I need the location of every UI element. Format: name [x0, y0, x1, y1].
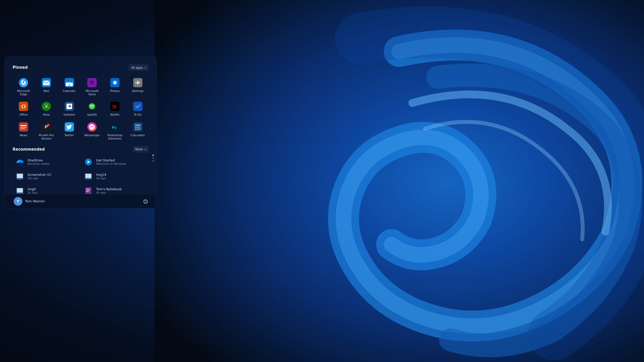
user-profile-button[interactable]: T Tom Warren	[11, 195, 47, 207]
img19-name: img19	[96, 173, 106, 177]
rec-item-screenshot[interactable]: doc Screenshot (1) 4m ago	[13, 170, 80, 183]
pinned-app-todo[interactable]: To Do	[127, 99, 149, 118]
pinned-title: Pinned	[13, 65, 28, 70]
office-label: Office	[19, 113, 28, 116]
messenger-label: Messenger	[84, 134, 100, 137]
svg-text:N: N	[112, 104, 116, 110]
page-dot-2[interactable]	[152, 158, 154, 159]
svg-text:CAL: CAL	[67, 81, 71, 84]
rec-item-onedrive[interactable]: OneDrive Recently added	[13, 155, 80, 169]
pinned-app-xbox[interactable]: X Xbox	[36, 99, 57, 118]
pinned-app-twitter[interactable]: Twitter	[58, 120, 80, 142]
solitaire-icon: ♠	[64, 101, 74, 111]
rec-item-get-started[interactable]: Get Started Welcome to Windows	[81, 155, 149, 169]
svg-rect-32	[21, 128, 25, 129]
photos-icon	[110, 77, 120, 88]
svg-point-54	[87, 175, 88, 176]
svg-rect-53	[85, 174, 91, 178]
pinned-app-news[interactable]: News	[13, 120, 35, 142]
page-dot-3[interactable]	[152, 160, 154, 162]
recommended-title: Recommended	[13, 147, 45, 152]
screenshot-name: Screenshot (1)	[28, 173, 51, 177]
screenshot-icon: doc	[15, 172, 24, 181]
img19-sub: 2h ago	[96, 177, 106, 180]
start-menu-footer: T Tom Warren	[5, 194, 156, 208]
chevron-right-icon	[144, 65, 146, 70]
office-icon: O	[18, 101, 29, 111]
username-label: Tom Warren	[25, 199, 45, 203]
svg-point-35	[47, 124, 49, 126]
get-started-name: Get Started	[96, 158, 126, 162]
pinned-app-solitaire[interactable]: ♠ Solitaire	[58, 99, 80, 118]
spotify-icon	[87, 101, 97, 111]
svg-rect-28	[133, 102, 142, 111]
pinned-app-ps-elements[interactable]: Ps Photoshop Elements	[104, 120, 126, 142]
page-dot-1[interactable]	[152, 155, 154, 156]
svg-rect-50	[17, 174, 23, 178]
microsoft-store-icon: 🛍	[87, 77, 97, 88]
svg-rect-45	[135, 129, 137, 130]
svg-rect-57	[85, 187, 91, 194]
pinned-app-messenger[interactable]: Messenger	[81, 120, 103, 142]
pinned-app-picsart[interactable]: P PicsArt Pro Version	[36, 120, 57, 142]
svg-rect-58	[86, 189, 90, 189]
pinned-section-header: Pinned All apps	[13, 64, 149, 71]
power-button[interactable]	[141, 197, 150, 206]
pinned-app-microsoft-edge[interactable]: Microsoft Edge	[13, 75, 35, 98]
page-dots	[152, 155, 154, 162]
svg-point-15	[137, 82, 139, 84]
mail-label: Mail	[44, 89, 49, 93]
spotify-label: Spotify	[87, 113, 97, 116]
svg-rect-44	[139, 127, 140, 130]
calendar-icon: CAL8	[64, 77, 74, 88]
solitaire-label: Solitaire	[63, 113, 75, 116]
pinned-app-office[interactable]: O Office	[13, 99, 35, 118]
svg-rect-40	[133, 122, 142, 132]
svg-rect-56	[17, 188, 23, 193]
svg-text:doc: doc	[19, 178, 21, 180]
messenger-icon	[87, 122, 97, 132]
ps-elements-icon: Ps	[110, 122, 120, 132]
pinned-app-settings[interactable]: Settings	[127, 75, 149, 98]
svg-text:♠: ♠	[68, 104, 72, 109]
get-started-icon	[84, 157, 93, 167]
onedrive-name: OneDrive	[28, 158, 50, 162]
pinned-app-netflix[interactable]: N Netflix	[104, 99, 126, 118]
more-button[interactable]: More	[133, 146, 149, 153]
svg-rect-60	[86, 191, 89, 192]
recommended-section-header: Recommended More	[13, 146, 149, 153]
todo-icon	[133, 101, 143, 111]
microsoft-edge-label: Microsoft Edge	[14, 89, 32, 96]
netflix-icon: N	[110, 101, 120, 111]
pinned-app-photos[interactable]: Photos	[104, 75, 126, 98]
svg-rect-42	[135, 127, 137, 128]
pinned-app-calculator[interactable]: Calculator	[127, 120, 149, 142]
twitter-icon	[64, 122, 74, 132]
pinned-app-spotify[interactable]: Spotify	[81, 99, 103, 118]
settings-icon	[133, 77, 143, 88]
start-menu: Pinned All apps Microsoft Edge Mail CAL8…	[5, 57, 157, 209]
picsart-label: PicsArt Pro Version	[37, 134, 55, 140]
all-apps-button[interactable]: All apps	[128, 64, 149, 71]
svg-rect-31	[21, 127, 27, 127]
svg-rect-59	[86, 190, 90, 191]
pinned-app-microsoft-store[interactable]: 🛍 Microsoft Store	[81, 75, 103, 98]
onedrive-icon	[15, 157, 24, 167]
news-label: News	[20, 134, 27, 137]
screenshot-sub: 4m ago	[28, 177, 51, 180]
svg-text:O: O	[21, 103, 26, 110]
svg-point-13	[114, 81, 116, 84]
pinned-app-mail[interactable]: Mail	[36, 75, 57, 98]
xbox-icon: X	[41, 101, 52, 111]
svg-rect-46	[137, 129, 139, 130]
pinned-app-calendar[interactable]: CAL8 Calendar	[58, 75, 80, 98]
svg-text:🛍: 🛍	[89, 79, 95, 85]
toms-notebook-name: Tom's Notebook	[96, 187, 122, 191]
news-icon	[18, 122, 29, 132]
rec-item-img19[interactable]: img19 2h ago	[81, 170, 149, 183]
calendar-label: Calendar	[63, 89, 75, 93]
get-started-sub: Welcome to Windows	[96, 162, 126, 166]
img0-name: img0	[28, 187, 37, 191]
svg-text:Ps: Ps	[112, 125, 116, 130]
calculator-label: Calculator	[131, 134, 145, 137]
